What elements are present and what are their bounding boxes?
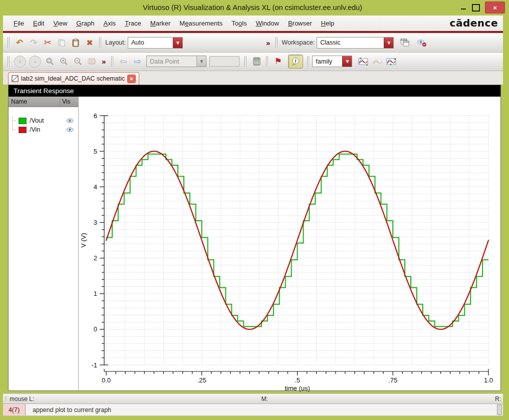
- menu-axis[interactable]: Axis: [99, 18, 120, 29]
- calculator-icon: [253, 57, 261, 66]
- replace-waveform-icon: [386, 57, 397, 66]
- chevron-down-icon: ▼: [196, 56, 206, 67]
- workspace-dropdown[interactable]: Classic ▼: [317, 37, 394, 49]
- menu-measurements[interactable]: Measurements: [175, 18, 227, 29]
- toolbar-grip[interactable]: [8, 37, 10, 48]
- trace-legend: Name Vis /Vout /Vin: [9, 97, 79, 390]
- family-dropdown[interactable]: family ▼: [312, 56, 352, 67]
- window-title: Virtuoso (R) Visualization & Analysis XL…: [0, 4, 460, 12]
- undo-icon: ↶: [16, 38, 23, 48]
- svg-text:time (us): time (us): [285, 384, 310, 392]
- status-scrollbar[interactable]: [497, 404, 502, 415]
- save-workspace-button[interactable]: [398, 36, 412, 49]
- svg-text:2: 2: [94, 254, 97, 262]
- calculator-button[interactable]: [249, 55, 264, 68]
- redo-zoom-button[interactable]: ⇨: [130, 55, 144, 68]
- toolbar-grip[interactable]: [276, 37, 278, 48]
- replace-plot-button[interactable]: [384, 55, 398, 68]
- zoom-toolbar: ‹ › » ⇦ ⇨ Data Point ▼ ⚑ i: [3, 53, 503, 71]
- undo-button[interactable]: ↶: [13, 36, 27, 49]
- waveform-chart[interactable]: -101234560.0.25.5.751.0time (us)V (V): [79, 97, 500, 392]
- tab-sim-ideal-adc-dac[interactable]: lab2 sim_Ideal_ADC_DAC schematic ×: [8, 72, 139, 85]
- toolbar-grip[interactable]: [111, 56, 114, 67]
- toolbar-grip[interactable]: [244, 56, 247, 67]
- hide-workspace-button[interactable]: [415, 36, 429, 49]
- menu-file[interactable]: File: [9, 18, 29, 29]
- statusbar-grip: [5, 396, 8, 402]
- legend-vis-header: Vis: [60, 98, 78, 105]
- menu-tools[interactable]: Tools: [227, 18, 251, 29]
- svg-text:V (V): V (V): [80, 233, 87, 248]
- forward-button: ›: [29, 56, 41, 68]
- minimize-button[interactable]: [460, 4, 467, 11]
- vout-visibility-toggle[interactable]: [66, 118, 74, 123]
- legend-name-header: Name: [9, 98, 60, 105]
- paste-icon: [72, 39, 80, 47]
- tab-close-button[interactable]: ×: [127, 75, 136, 83]
- menu-graph[interactable]: Graph: [72, 18, 99, 29]
- svg-text:-1: -1: [91, 361, 97, 369]
- trace-label-vin[interactable]: /Vin: [30, 126, 40, 133]
- toolbar-grip[interactable]: [99, 37, 102, 48]
- menu-edit[interactable]: Edit: [29, 18, 49, 29]
- menu-help[interactable]: Help: [317, 18, 339, 29]
- toolbar-overflow-button[interactable]: »: [263, 39, 273, 47]
- menu-window[interactable]: Window: [251, 18, 284, 29]
- title-bar[interactable]: Virtuoso (R) Visualization & Analysis XL…: [0, 0, 509, 16]
- append-plot-button[interactable]: [356, 55, 370, 68]
- trace-row-vin[interactable]: /Vin: [9, 125, 78, 134]
- delete-button[interactable]: ✖: [83, 36, 97, 49]
- tab-label: lab2 sim_Ideal_ADC_DAC schematic: [21, 75, 125, 82]
- mouse-hint-bar: mouse L: M: R:: [3, 393, 503, 404]
- marker-flag-button[interactable]: ⚑: [271, 55, 285, 68]
- layout-value: Auto: [128, 38, 173, 48]
- svg-text:.5: .5: [295, 376, 300, 384]
- svg-text:6: 6: [94, 112, 97, 120]
- graph-title: Transient Response: [14, 87, 74, 95]
- undo-zoom-button: ⇦: [116, 55, 130, 68]
- layout-dropdown[interactable]: Auto ▼: [128, 37, 183, 49]
- overlay-plot-button: [370, 55, 384, 68]
- menu-trace[interactable]: Trace: [120, 18, 146, 29]
- toolbar-grip[interactable]: [307, 56, 310, 67]
- prev-icon: ‹: [19, 58, 21, 65]
- menu-browser[interactable]: Browser: [284, 18, 317, 29]
- eye-icon: [66, 127, 74, 132]
- vin-color-swatch[interactable]: [19, 127, 27, 133]
- cut-button[interactable]: ✂: [41, 36, 55, 49]
- cadence-logo: cādence: [450, 17, 498, 29]
- zoom-in-button: [57, 55, 71, 68]
- graph-title-bar[interactable]: Transient Response: [9, 85, 500, 97]
- menu-view[interactable]: View: [49, 18, 72, 29]
- plot-canvas[interactable]: -101234560.0.25.5.751.0time (us)V (V): [79, 97, 500, 390]
- svg-text:5: 5: [94, 148, 97, 155]
- toolbar-grip[interactable]: [266, 56, 269, 67]
- toolbar-overflow-button[interactable]: »: [99, 57, 109, 66]
- label-balloon-toggle[interactable]: i: [288, 55, 303, 69]
- virtuoso-window: Virtuoso (R) Visualization & Analysis XL…: [0, 0, 509, 420]
- trace-row-vout[interactable]: /Vout: [9, 116, 78, 125]
- vout-color-swatch[interactable]: [19, 118, 27, 124]
- zoom-in-icon: [60, 57, 68, 66]
- toolbar-grip[interactable]: [8, 56, 10, 67]
- paste-button[interactable]: [69, 36, 83, 49]
- graph-panel: Transient Response Name Vis /Vout: [8, 85, 501, 391]
- svg-text:0.0: 0.0: [102, 376, 111, 384]
- append-waveform-icon: [358, 57, 369, 66]
- copy-icon: [58, 39, 66, 47]
- chevron-down-icon: ▼: [342, 56, 352, 67]
- back-button: ‹: [14, 56, 26, 68]
- legend-header: Name Vis: [9, 97, 78, 107]
- svg-text:4: 4: [94, 183, 97, 191]
- menu-marker[interactable]: Marker: [146, 18, 175, 29]
- svg-text:1.0: 1.0: [484, 376, 493, 384]
- vin-visibility-toggle[interactable]: [66, 127, 74, 132]
- trace-label-vout[interactable]: /Vout: [30, 117, 44, 124]
- status-badge: 4(7): [3, 404, 26, 415]
- copy-button: [55, 36, 69, 49]
- workspace-label: Workspace:: [282, 39, 315, 46]
- svg-text:.75: .75: [388, 376, 397, 384]
- maximize-button[interactable]: [472, 4, 480, 12]
- graph-tab-icon: [12, 75, 19, 82]
- close-button[interactable]: ×: [485, 2, 505, 14]
